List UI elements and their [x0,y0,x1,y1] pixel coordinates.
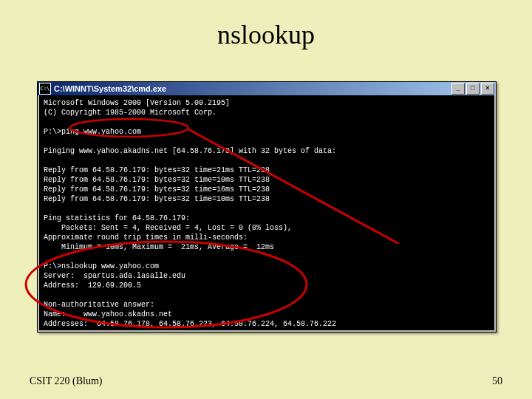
minimize-button[interactable]: _ [451,83,465,95]
maximize-button[interactable]: □ [466,83,480,95]
window-title: C:\WINNT\System32\cmd.exe [54,84,451,93]
window-buttons: _ □ × [451,83,494,95]
cmd-icon [39,83,51,95]
annotation-text-1: ping also [392,236,459,256]
annotation-text-2: works [392,256,438,275]
annotation-label: ping also works [392,236,459,276]
titlebar: C:\WINNT\System32\cmd.exe _ □ × [38,82,496,95]
cmd-window: C:\WINNT\System32\cmd.exe _ □ × Microsof… [37,81,497,332]
terminal-output[interactable]: Microsoft Windows 2000 [Version 5.00.219… [39,95,494,330]
footer-left: CSIT 220 (Blum) [30,375,103,387]
slide-title: nslookup [0,19,532,50]
page-number: 50 [492,375,502,387]
close-button[interactable]: × [481,83,494,95]
